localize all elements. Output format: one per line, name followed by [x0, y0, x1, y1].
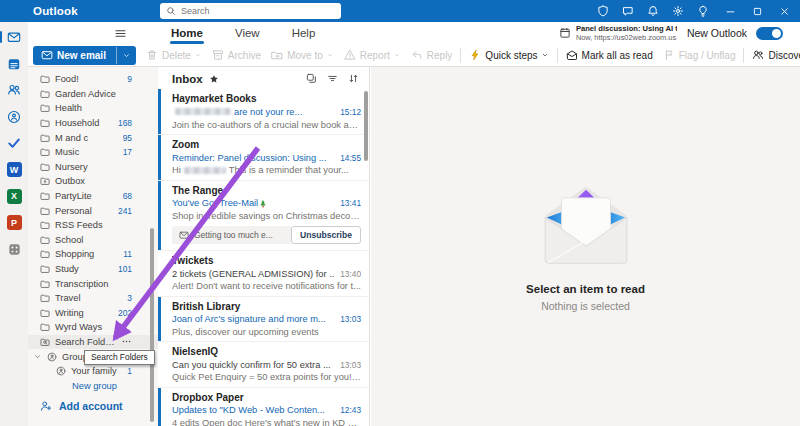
folder-name: Garden Advice: [55, 89, 132, 99]
sidebar-item-search-folders[interactable]: Search Folders: [28, 335, 158, 350]
flag-unflag-button[interactable]: Flag / Unflag: [658, 46, 741, 65]
move-to-button[interactable]: Move to: [266, 46, 339, 65]
email-item-british-library[interactable]: British LibraryJoan of Arc's signature a…: [158, 297, 369, 343]
gear-icon[interactable]: [672, 5, 684, 17]
search-input[interactable]: [181, 6, 335, 16]
close-icon[interactable]: [779, 6, 790, 17]
rail-apps-button[interactable]: [6, 241, 22, 257]
chevron-down-icon[interactable]: [33, 352, 42, 361]
folder-icon: [40, 74, 50, 84]
tab-help[interactable]: Help: [290, 27, 318, 39]
folder-name: School: [55, 235, 132, 245]
discover-groups-button[interactable]: Discover groups: [747, 46, 800, 65]
shield-icon[interactable]: [597, 5, 609, 17]
rail-people-button[interactable]: [6, 82, 22, 98]
new-email-button[interactable]: New email: [33, 46, 136, 65]
rail-groups-button[interactable]: [6, 109, 22, 125]
preview-text: Shop incredible savings on Christmas dec…: [172, 211, 361, 221]
hamburger-menu-icon[interactable]: [114, 27, 127, 40]
sidebar-item-study[interactable]: Study101: [28, 262, 158, 277]
todo-icon: [7, 136, 21, 150]
close-icon: [779, 6, 790, 17]
email-item-nielseniq[interactable]: NielsenIQCan you quickly confirm for 50 …: [158, 342, 369, 388]
sidebar-item-music[interactable]: Music17: [28, 145, 158, 160]
sidebar-item-personal[interactable]: Personal241: [28, 203, 158, 218]
rail-calendar-button[interactable]: [6, 56, 22, 72]
email-subject: 2 tickets (GENERAL ADMISSION) for ...: [172, 268, 334, 281]
sidebar-item-partylite[interactable]: PartyLite68: [28, 189, 158, 204]
sidebar-item-garden-advice[interactable]: Garden Advice: [28, 87, 158, 102]
new-group-link[interactable]: New group: [28, 378, 158, 393]
trash-icon: [146, 49, 158, 61]
sidebar-item-school[interactable]: School: [28, 233, 158, 248]
search-box[interactable]: [160, 3, 341, 19]
sidebar-item-food[interactable]: Food!9: [28, 72, 158, 87]
groups-icon: [47, 352, 57, 362]
folder-icon: [40, 293, 50, 303]
add-account-button[interactable]: Add account: [28, 400, 158, 412]
bell-icon[interactable]: [647, 5, 659, 17]
minimize-icon[interactable]: [725, 6, 736, 17]
tab-row: HomeViewHelp Panel discussion: Using AI …: [28, 22, 800, 44]
folder-name: Wyrd Ways: [55, 322, 132, 332]
message-list-scrollbar[interactable]: [364, 91, 368, 161]
folder-pane-scrollbar[interactable]: [150, 228, 154, 422]
email-item-the-range[interactable]: The RangeYou've Got Tree-Mail 13:41Shop …: [158, 181, 369, 252]
email-item-twickets[interactable]: Twickets2 tickets (GENERAL ADMISSION) fo…: [158, 251, 369, 297]
sidebar-item-transcription[interactable]: Transcription: [28, 276, 158, 291]
more-options-icon[interactable]: [121, 336, 132, 347]
subject-text: Reminder: Panel discussion: Using ...: [172, 152, 327, 165]
ribbon-separator: [557, 48, 558, 63]
favorite-star-icon[interactable]: [209, 74, 219, 84]
person-add-icon: [40, 400, 52, 412]
tab-view[interactable]: View: [233, 27, 262, 39]
sort-icon[interactable]: [348, 73, 359, 84]
sidebar-item-household[interactable]: Household168: [28, 116, 158, 131]
sidebar-item-rss-feeds[interactable]: RSS Feeds: [28, 218, 158, 233]
new-outlook-toggle[interactable]: [756, 27, 783, 40]
sidebar-item-writing[interactable]: Writing202: [28, 306, 158, 321]
rail-excel-button[interactable]: X: [6, 188, 22, 204]
empty-state-title: Select an item to read: [526, 283, 645, 295]
sidebar-item-wyrd-ways[interactable]: Wyrd Ways: [28, 320, 158, 335]
meeting-notification[interactable]: Panel discussion: Using AI to c... Now, …: [559, 24, 677, 42]
chevron-down-icon: [393, 51, 401, 59]
rail-todo-button[interactable]: [6, 135, 22, 151]
sidebar-item-health[interactable]: Health: [28, 101, 158, 116]
quick-steps-button[interactable]: Quick steps: [464, 46, 553, 65]
sidebar-item-m-and-c[interactable]: M and c95: [28, 130, 158, 145]
rail-powerpoint-button[interactable]: P: [6, 215, 22, 231]
archive-button[interactable]: Archive: [207, 46, 266, 65]
rail-mail-rail-button[interactable]: [6, 29, 22, 45]
folder-count: 3: [127, 293, 132, 303]
sidebar-item-travel[interactable]: Travel3: [28, 291, 158, 306]
email-item-dropbox-paper[interactable]: Dropbox PaperUpdates to "KD Web - Web Co…: [158, 388, 369, 426]
reply-button[interactable]: Reply: [406, 46, 458, 65]
delete-button[interactable]: Delete: [141, 46, 207, 65]
tab-home[interactable]: Home: [169, 27, 205, 39]
email-subject: Reminder: Panel discussion: Using ...: [172, 152, 334, 165]
chat-icon[interactable]: [622, 5, 634, 17]
email-item-zoom[interactable]: ZoomReminder: Panel discussion: Using ..…: [158, 135, 369, 181]
sidebar-item-your-family[interactable]: Your family1: [28, 364, 158, 379]
maximize-icon[interactable]: [752, 6, 763, 17]
unsubscribe-button[interactable]: Unsubscribe: [291, 226, 361, 244]
filter-icon[interactable]: [327, 73, 338, 84]
mark-all-as-read-button[interactable]: Mark all as read: [561, 46, 658, 65]
subject-text: Joan of Arc's signature and more m...: [172, 313, 326, 326]
gear-icon: [672, 5, 684, 17]
sidebar-item-shopping[interactable]: Shopping11: [28, 247, 158, 262]
rail-word-button[interactable]: W: [6, 162, 22, 178]
add-account-label: Add account: [59, 400, 123, 412]
lightbulb-icon[interactable]: [697, 5, 709, 17]
folder-count: 9: [127, 74, 132, 84]
message-list-header: Inbox: [158, 67, 369, 88]
email-time: 13:41: [340, 197, 361, 210]
email-subject: are not your re...: [172, 106, 334, 119]
report-button[interactable]: Report: [339, 46, 406, 65]
email-item-haymarket-books[interactable]: Haymarket Booksare not your re...15:12Jo…: [158, 89, 369, 135]
folder-pane: Food!9Garden AdviceHealthHousehold168M a…: [28, 67, 158, 426]
select-icon[interactable]: [306, 73, 317, 84]
sidebar-item-nursery[interactable]: Nursery: [28, 160, 158, 175]
sidebar-item-outbox[interactable]: Outbox: [28, 174, 158, 189]
